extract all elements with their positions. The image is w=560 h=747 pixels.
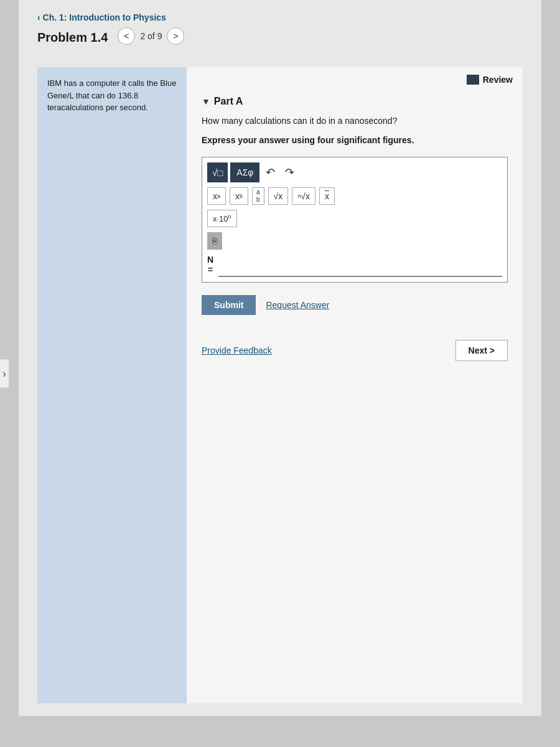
strikethrough-button[interactable]: x bbox=[319, 187, 335, 205]
greek-button[interactable]: ΑΣφ bbox=[230, 162, 259, 182]
submit-button[interactable]: Submit bbox=[202, 295, 256, 315]
review-button[interactable]: Review bbox=[467, 75, 513, 85]
greek-label: ΑΣφ bbox=[236, 167, 253, 177]
subscript-button[interactable]: xb bbox=[230, 187, 248, 205]
redo-button[interactable]: ↷ bbox=[281, 164, 298, 181]
sci-notation-label: x·10n bbox=[213, 214, 231, 223]
instruction-text: Express your answer using four significa… bbox=[202, 134, 508, 147]
fraction-bottom: b bbox=[256, 197, 260, 203]
sqrt-button[interactable]: √□ bbox=[207, 162, 228, 182]
superscript-button[interactable]: xa bbox=[207, 187, 226, 205]
left-nav-arrow[interactable]: › bbox=[0, 360, 9, 388]
undo-button[interactable]: ↶ bbox=[262, 164, 279, 181]
answer-input[interactable] bbox=[218, 255, 502, 277]
math-editor: √□ ΑΣφ ↶ ↷ xa xb a b bbox=[202, 157, 508, 283]
input-equals: = bbox=[208, 265, 213, 275]
part-label: Part A bbox=[214, 96, 243, 107]
keyboard-icon: ⎘ bbox=[212, 236, 217, 246]
right-panel: Review ▼ Part A How many calculations ca… bbox=[187, 67, 523, 703]
left-panel: IBM has a computer it calls the Blue Gen… bbox=[37, 67, 187, 703]
chapter-link[interactable]: ‹ Ch. 1: Introduction to Physics bbox=[37, 12, 523, 22]
keyboard-button[interactable]: ⎘ bbox=[207, 232, 222, 250]
fraction-top: a bbox=[256, 189, 260, 195]
question-text: How many calculations can it do in a nan… bbox=[202, 115, 508, 128]
sqrt-icon: √□ bbox=[212, 167, 223, 178]
provide-feedback-button[interactable]: Provide Feedback bbox=[202, 345, 272, 355]
input-variable-label: N bbox=[207, 255, 213, 265]
next-nav-button[interactable]: > bbox=[167, 27, 184, 45]
problem-title: Problem 1.4 bbox=[37, 31, 108, 45]
prev-button[interactable]: < bbox=[118, 27, 135, 45]
nth-root-button[interactable]: n√x bbox=[292, 187, 315, 205]
page-indicator: 2 of 9 bbox=[140, 31, 162, 41]
scientific-notation-button[interactable]: x·10n bbox=[207, 210, 237, 227]
part-arrow: ▼ bbox=[202, 96, 210, 106]
sqrt-simple-button[interactable]: √x bbox=[268, 187, 289, 205]
book-icon bbox=[467, 75, 479, 85]
fraction-button[interactable]: a b bbox=[252, 187, 264, 205]
next-button[interactable]: Next > bbox=[455, 340, 508, 361]
problem-text: IBM has a computer it calls the Blue Gen… bbox=[47, 77, 177, 114]
request-answer-button[interactable]: Request Answer bbox=[266, 300, 329, 310]
review-label: Review bbox=[483, 75, 513, 85]
